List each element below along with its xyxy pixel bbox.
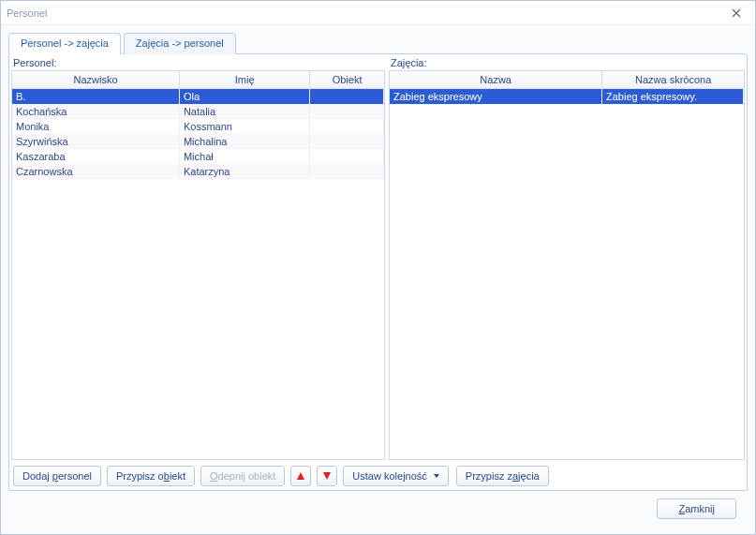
cell-obiekt <box>309 149 383 164</box>
cell-nazwisko: Szyrwińska <box>12 134 179 149</box>
cell-imie: Katarzyna <box>179 164 309 179</box>
table-row[interactable]: Zabieg ekspresowyZabieg ekspresowy. <box>390 89 744 104</box>
table-row[interactable]: SzyrwińskaMichalina <box>12 134 384 149</box>
ustaw-kolejnosc-button[interactable]: Ustaw kolejność <box>343 466 448 486</box>
cell-obiekt <box>309 119 383 134</box>
przypisz-obiekt-button[interactable]: Przypisz obiekt <box>107 466 195 486</box>
cell-imie: Michał <box>179 149 309 164</box>
cell-imie: Kossmann <box>179 119 309 134</box>
table-row[interactable]: KaszarabaMichał <box>12 149 384 164</box>
close-icon[interactable] <box>723 5 749 22</box>
cell-nazwisko: Kaszaraba <box>12 149 179 164</box>
cell-nazwisko: Monika <box>12 119 179 134</box>
zajecia-grid-body: Zabieg ekspresowyZabieg ekspresowy. <box>390 89 744 460</box>
personel-grid-body: B.OlaKochańskaNataliaMonikaKossmannSzyrw… <box>12 89 384 460</box>
titlebar: Personel <box>1 1 755 25</box>
tab-panel: Personel: Nazwisko Imię Obiekt <box>8 53 748 491</box>
col-nazwisko[interactable]: Nazwisko <box>12 71 180 88</box>
personel-label: Personel: <box>11 56 385 70</box>
col-nazwa-skrocona[interactable]: Nazwa skrócona <box>602 71 744 88</box>
cell-obiekt <box>309 104 383 119</box>
toolbar: Dodaj personel Przypisz obiekt Odepnij o… <box>11 460 745 488</box>
cell-nazwisko: Czarnowska <box>12 164 179 179</box>
zajecia-label: Zajęcia: <box>389 56 745 70</box>
cell-obiekt <box>309 89 383 104</box>
zajecia-header-row: Nazwa Nazwa skrócona <box>390 71 744 88</box>
col-obiekt[interactable]: Obiekt <box>310 71 384 88</box>
tab-personel-zajecia[interactable]: Personel -> zajęcia <box>8 33 121 54</box>
cell-nazwisko: Kochańska <box>12 104 179 119</box>
table-row[interactable]: CzarnowskaKatarzyna <box>12 164 384 179</box>
cell-imie: Natalia <box>179 104 309 119</box>
odepnij-obiekt-button[interactable]: Odepnij obiekt <box>200 466 285 486</box>
right-toolbar: Przypisz zajęcia <box>454 466 549 486</box>
content: Personel -> zajęcia Zajęcia -> personel … <box>1 25 755 534</box>
panes: Personel: Nazwisko Imię Obiekt <box>11 56 745 460</box>
cell-nazwa: Zabieg ekspresowy <box>390 89 602 104</box>
table-row[interactable]: B.Ola <box>12 89 384 104</box>
col-nazwa[interactable]: Nazwa <box>390 71 602 88</box>
tabs-strip: Personel -> zajęcia Zajęcia -> personel <box>8 33 748 54</box>
cell-obiekt <box>309 164 383 179</box>
window-title: Personel <box>7 7 723 19</box>
personel-window: Personel Personel -> zajęcia Zajęcia -> … <box>0 0 756 535</box>
przypisz-zajecia-button[interactable]: Przypisz zajęcia <box>456 466 549 486</box>
move-up-button[interactable] <box>290 466 311 486</box>
cell-imie: Michalina <box>179 134 309 149</box>
zamknij-button[interactable]: Zamknij <box>657 498 736 519</box>
table-row[interactable]: MonikaKossmann <box>12 119 384 134</box>
cell-imie: Ola <box>179 89 309 104</box>
chevron-down-icon <box>434 474 439 478</box>
table-row[interactable]: KochańskaNatalia <box>12 104 384 119</box>
personel-header-row: Nazwisko Imię Obiekt <box>12 71 384 88</box>
cell-skrot: Zabieg ekspresowy. <box>602 89 744 104</box>
arrow-down-icon <box>323 472 331 480</box>
dodaj-personel-button[interactable]: Dodaj personel <box>13 466 101 486</box>
tab-zajecia-personel[interactable]: Zajęcia -> personel <box>124 33 236 54</box>
zajecia-pane: Zajęcia: Nazwa Nazwa skrócona <box>389 56 745 460</box>
personel-grid[interactable]: Nazwisko Imię Obiekt B.OlaKochańskaNatal… <box>11 70 385 460</box>
move-down-button[interactable] <box>317 466 337 486</box>
cell-nazwisko: B. <box>12 89 179 104</box>
zajecia-grid[interactable]: Nazwa Nazwa skrócona Zabieg ekspresowyZa… <box>389 70 745 460</box>
personel-pane: Personel: Nazwisko Imię Obiekt <box>11 56 385 460</box>
arrow-up-icon <box>297 472 304 480</box>
cell-obiekt <box>309 134 383 149</box>
col-imie[interactable]: Imię <box>180 71 310 88</box>
footer: Zamknij <box>8 491 748 528</box>
